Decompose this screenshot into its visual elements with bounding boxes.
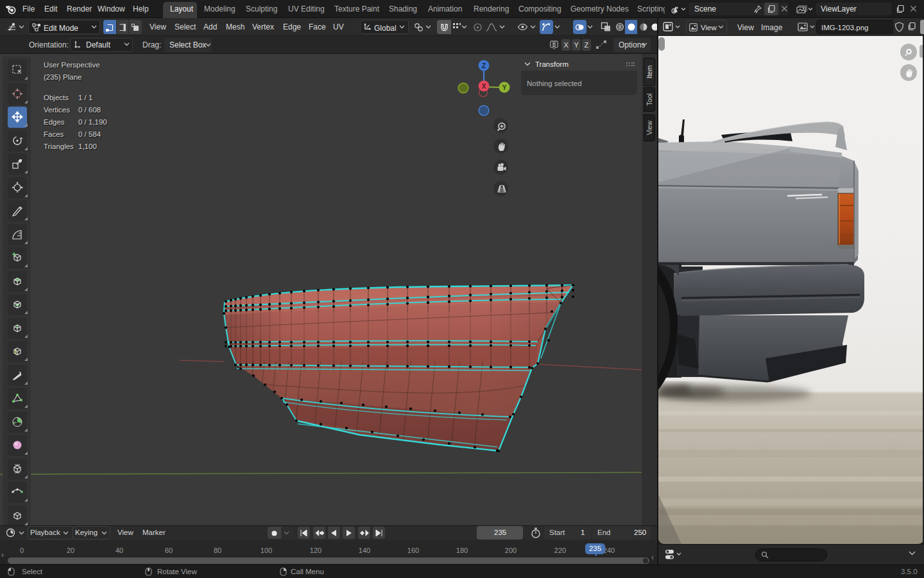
svg-text:Z: Z <box>482 62 486 69</box>
svg-text:Y: Y <box>502 84 507 91</box>
svg-text:X: X <box>482 83 486 90</box>
